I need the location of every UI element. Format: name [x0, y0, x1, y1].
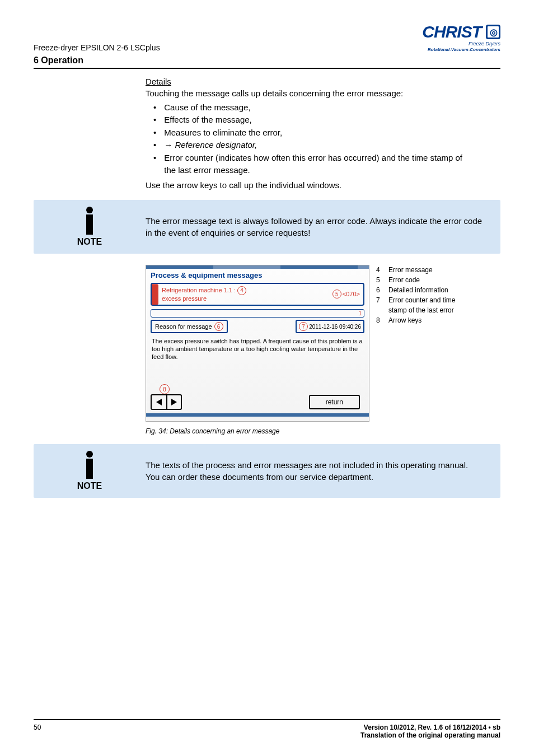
page-number: 50 [34, 724, 41, 739]
legend-num: 5 [376, 275, 383, 285]
note2-text2: You can order these documents from our s… [146, 471, 468, 483]
legend-text: Detailed information [388, 285, 448, 295]
logo-swirl-icon: ◎ [486, 25, 500, 39]
note-block-1: NOTE The error message text is always fo… [34, 200, 500, 254]
section-heading: 6 Operation [34, 55, 500, 69]
logo-text: CHRIST [422, 22, 481, 41]
bullet-item: → Reference designator, [164, 139, 257, 152]
details-bullets: Cause of the message, Effects of the mes… [153, 101, 470, 177]
logo-subtitle-2: Rotational-Vacuum-Concentrators [422, 47, 500, 52]
error-side-tab [152, 284, 158, 305]
callout-4-icon: 4 [237, 286, 246, 295]
reason-box: Reason for message 6 [151, 320, 228, 333]
callout-5-icon: 5 [332, 290, 341, 298]
arrow-right-button[interactable] [166, 395, 181, 409]
legend-text: Error message [388, 265, 433, 275]
error-msg-line1: Refrigeration machine 1.1 : [162, 287, 236, 293]
note-label: NOTE [34, 237, 146, 247]
brand-logo: CHRIST ◎ Freeze Dryers Rotational-Vacuum… [422, 22, 500, 52]
callout-7-icon: 7 [299, 322, 308, 331]
bullet-item: Cause of the message, [164, 101, 250, 114]
timestamp-text: 2011-12-16 09:40:26 [309, 324, 361, 330]
error-description: The excess pressure switch has tripped. … [146, 333, 369, 394]
arrow-right-icon [171, 399, 177, 405]
doc-title: Freeze-dryer EPSILON 2-6 LSCplus [34, 43, 160, 52]
logo-subtitle-1: Freeze Dryers [422, 41, 500, 47]
figure-caption: Fig. 34: Details concerning an error mes… [146, 427, 500, 435]
timestamp-box: 7 2011-12-16 09:40:26 [296, 320, 364, 333]
note2-text1: The texts of the process and error messa… [146, 459, 468, 471]
error-code: <070> [343, 291, 360, 297]
legend-text: Arrow keys [388, 315, 421, 325]
info-icon [34, 207, 146, 235]
details-outro: Use the arrow keys to call up the indivi… [146, 179, 470, 191]
callout-6-icon: 6 [214, 322, 223, 331]
legend-num: 4 [376, 265, 383, 275]
note-label: NOTE [34, 481, 146, 491]
bullet-item: Error counter (indicates how often this … [164, 152, 470, 177]
error-counter: 1 [151, 309, 364, 318]
footer-translation: Translation of the original operating ma… [360, 731, 500, 739]
arrow-left-button[interactable] [152, 395, 166, 409]
note-block-2: NOTE The texts of the process and error … [34, 444, 500, 498]
legend-num: 7 [376, 295, 383, 315]
arrow-left-icon [156, 399, 162, 405]
details-heading: Details [146, 77, 470, 86]
page-footer: 50 Version 10/2012, Rev. 1.6 of 16/12/20… [34, 719, 500, 739]
legend-text: Error counter and time stamp of the last… [388, 295, 472, 315]
bullet-item: Effects of the message, [164, 114, 251, 127]
figure-legend: 4Error message 5Error code 6Detailed inf… [376, 265, 472, 422]
legend-num: 6 [376, 285, 383, 295]
error-message-box: Refrigeration machine 1.1 : 4 excess pre… [151, 283, 364, 306]
info-icon [34, 451, 146, 479]
note-text: The error message text is always followe… [146, 215, 489, 239]
screenshot-top-bar [146, 265, 369, 269]
error-msg-line2: excess pressure [162, 295, 207, 302]
reason-label: Reason for message [155, 323, 212, 330]
footer-version: Version 10/2012, Rev. 1.6 of 16/12/2014 … [360, 724, 500, 731]
screenshot-bottom-bar [146, 413, 369, 417]
bullet-item: Measures to eliminate the error, [164, 127, 282, 139]
return-button[interactable]: return [309, 395, 360, 409]
details-intro: Touching the message calls up details co… [146, 87, 470, 99]
screenshot-title: Process & equipment messages [146, 270, 369, 283]
arrow-key-group[interactable]: 8 [151, 394, 182, 410]
legend-num: 8 [376, 315, 383, 325]
legend-text: Error code [388, 275, 420, 285]
error-details-screenshot: Process & equipment messages Refrigerati… [146, 265, 369, 422]
